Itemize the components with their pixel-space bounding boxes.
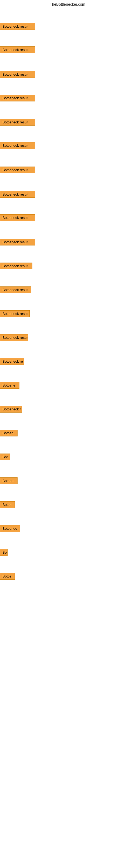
bottleneck-badge-13[interactable]: Bottleneck result	[0, 310, 30, 317]
bottleneck-item-19: Bot	[0, 454, 10, 460]
bottleneck-item-3: Bottleneck result	[0, 71, 35, 78]
bottleneck-badge-3[interactable]: Bottleneck result	[0, 71, 35, 78]
bottleneck-item-23: Bo	[0, 549, 8, 556]
bottleneck-item-17: Bottleneck r	[0, 406, 22, 412]
bottleneck-badge-10[interactable]: Bottleneck result	[0, 239, 35, 246]
bottleneck-badge-22[interactable]: Bottlenec	[0, 525, 20, 532]
bottleneck-badge-24[interactable]: Bottle	[0, 573, 15, 580]
bottleneck-badge-6[interactable]: Bottleneck result	[0, 142, 35, 149]
bottleneck-badge-1[interactable]: Bottleneck result	[0, 23, 35, 30]
bottleneck-item-4: Bottleneck result	[0, 95, 35, 101]
bottleneck-item-20: Bottlen	[0, 477, 17, 484]
bottleneck-item-14: Bottleneck result	[0, 334, 28, 341]
bottleneck-item-22: Bottlenec	[0, 525, 20, 532]
bottleneck-badge-17[interactable]: Bottleneck r	[0, 406, 22, 412]
bottleneck-item-13: Bottleneck result	[0, 310, 30, 317]
bottleneck-badge-14[interactable]: Bottleneck result	[0, 334, 28, 341]
bottleneck-badge-18[interactable]: Bottlen	[0, 430, 17, 436]
bottleneck-badge-20[interactable]: Bottlen	[0, 477, 17, 484]
bottleneck-badge-2[interactable]: Bottleneck result	[0, 46, 35, 53]
bottleneck-item-7: Bottleneck result	[0, 166, 35, 173]
bottleneck-badge-16[interactable]: Bottlene	[0, 382, 19, 389]
bottleneck-badge-12[interactable]: Bottleneck result	[0, 286, 31, 293]
bottleneck-item-18: Bottlen	[0, 430, 17, 436]
bottleneck-item-15: Bottleneck re	[0, 358, 24, 365]
site-title: TheBottlenecker.com	[0, 0, 135, 8]
bottleneck-badge-19[interactable]: Bot	[0, 454, 10, 460]
bottleneck-badge-15[interactable]: Bottleneck re	[0, 358, 24, 365]
bottleneck-item-6: Bottleneck result	[0, 142, 35, 149]
bottleneck-item-16: Bottlene	[0, 382, 19, 389]
bottleneck-badge-7[interactable]: Bottleneck result	[0, 166, 35, 173]
bottleneck-item-10: Bottleneck result	[0, 239, 35, 246]
bottleneck-item-21: Bottle	[0, 501, 15, 508]
bottleneck-badge-11[interactable]: Bottleneck result	[0, 262, 32, 269]
bottleneck-badge-9[interactable]: Bottleneck result	[0, 214, 35, 221]
bottleneck-badge-21[interactable]: Bottle	[0, 501, 15, 508]
bottleneck-badge-8[interactable]: Bottleneck result	[0, 191, 35, 198]
bottleneck-item-5: Bottleneck result	[0, 119, 35, 126]
bottleneck-item-8: Bottleneck result	[0, 191, 35, 198]
bottleneck-badge-23[interactable]: Bo	[0, 549, 8, 556]
bottleneck-badge-4[interactable]: Bottleneck result	[0, 95, 35, 101]
bottleneck-badge-5[interactable]: Bottleneck result	[0, 119, 35, 126]
bottleneck-item-2: Bottleneck result	[0, 46, 35, 53]
bottleneck-item-11: Bottleneck result	[0, 262, 32, 269]
bottleneck-item-1: Bottleneck result	[0, 23, 35, 30]
bottleneck-item-9: Bottleneck result	[0, 214, 35, 221]
bottleneck-item-12: Bottleneck result	[0, 286, 31, 293]
bottleneck-item-24: Bottle	[0, 573, 15, 580]
